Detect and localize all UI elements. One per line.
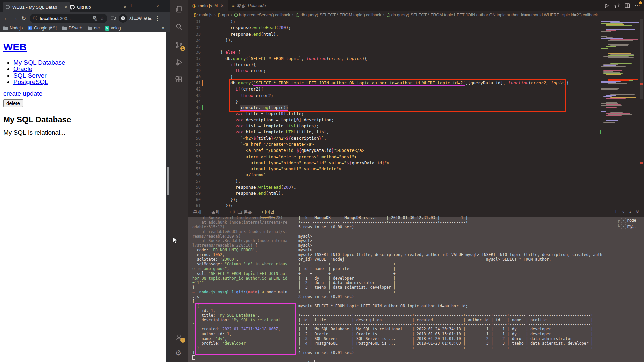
- terminal-line: e is ambiguous",: [192, 267, 294, 272]
- breadcrumb-separator-icon: ›: [292, 13, 294, 17]
- bookmark-label: DSweb: [69, 26, 82, 31]
- terminal-cursor: [314, 360, 317, 362]
- topic-body: My SQL is relational...: [3, 129, 166, 136]
- js-symbol-icon: ():: [194, 13, 198, 17]
- tab-polacode[interactable]: ≡ 확장: Polacode: [228, 0, 270, 11]
- page-title-link[interactable]: WEB: [3, 41, 27, 53]
- bookmark-item[interactable]: Nodejs: [3, 26, 23, 31]
- topic-link[interactable]: Oracle: [13, 65, 32, 72]
- code-line: 32 response.writeHead(200);: [188, 25, 600, 31]
- notification-dot: [639, 1, 642, 4]
- topic-link[interactable]: SQL Server: [13, 72, 47, 79]
- browser-tab-github[interactable]: GitHub ✕: [67, 2, 129, 12]
- tab-main-js[interactable]: (): main.js M ✕: [188, 0, 228, 11]
- terminal-line: adable:315:12): [192, 225, 294, 230]
- scm-badge: 1: [180, 46, 185, 51]
- code-line: 46 var title = topic[0].title;: [188, 111, 600, 117]
- code-line: 54 <input type="hidden" name="id" value=…: [188, 160, 600, 166]
- delete-button[interactable]: delete: [3, 99, 23, 107]
- code-line: 41 db.query(`SELECT * FROM topic LEFT JO…: [188, 80, 600, 86]
- editor-tab-bar: (): main.js M ✕ ≡ 확장: Polacode: [188, 0, 644, 11]
- terminal-line: | 3 | taeho | data scientist, developer …: [298, 285, 608, 290]
- terminal-line: description: 'My SQL is relational...: [192, 318, 294, 323]
- reading-list-icon[interactable]: [111, 16, 116, 21]
- accounts-icon[interactable]: 1: [175, 333, 184, 342]
- minimap[interactable]: [600, 19, 639, 206]
- split-editor-icon[interactable]: [625, 3, 630, 8]
- terminal-line: or_id) VALUE 'Nodej mysql> SELECT * FROM…: [298, 257, 608, 262]
- terminal-dropdown-icon[interactable]: ∨: [622, 210, 624, 214]
- line-number: 32: [188, 25, 201, 31]
- breadcrumb-item[interactable]: main.js: [199, 13, 213, 17]
- topic-link[interactable]: PostgreSQL: [13, 78, 48, 85]
- terminal-line: code: 'ER_NON_UNIQ_ERROR',: [192, 248, 294, 253]
- close-panel-icon[interactable]: ✕: [636, 209, 639, 215]
- bookmark-item[interactable]: GGoogle 번역: [28, 25, 57, 31]
- bookmark-star-icon[interactable]: ☆: [100, 16, 104, 21]
- breadcrumb-item[interactable]: http.createServer() callback: [239, 13, 290, 17]
- explorer-icon[interactable]: [175, 5, 184, 14]
- maximize-panel-icon[interactable]: ∧: [629, 210, 631, 214]
- bookmarks-overflow-icon[interactable]: »: [162, 25, 164, 31]
- terminal-line: mysql> SELECT * FROM topic LEFT JOIN aut…: [298, 304, 608, 309]
- code-line: 44 }: [188, 99, 600, 105]
- bookmark-item[interactable]: vvelog: [105, 26, 121, 31]
- terminal-icon: ›: [621, 224, 626, 229]
- search-icon[interactable]: [175, 23, 184, 32]
- line-number: 61: [188, 203, 201, 207]
- browser-scrollbar[interactable]: [166, 32, 170, 362]
- open-changes-icon[interactable]: [614, 3, 620, 8]
- create-link[interactable]: create: [3, 90, 21, 97]
- breadcrumb-item[interactable]: db.query(`SELECT * FROM topic LEFT JOIN …: [391, 13, 598, 17]
- new-terminal-icon[interactable]: +: [614, 209, 618, 215]
- bookmark-label: Google 번역: [34, 25, 57, 31]
- breadcrumb-item[interactable]: db.query(`SELECT * FROM topic`) callback: [301, 13, 381, 17]
- breadcrumb-item[interactable]: app: [222, 13, 229, 17]
- terminal-line: +----+------------+-------------------+-…: [298, 220, 608, 225]
- svg-text:a: a: [95, 18, 97, 20]
- browser-tab-web1[interactable]: WEB1 - My SQL Datab ✕: [3, 2, 70, 12]
- topic-link[interactable]: My SQL Database: [13, 59, 65, 66]
- tree-connector: ┌: [617, 218, 620, 223]
- breadcrumb[interactable]: ():main.js›{}app›http.createServer() cal…: [188, 11, 644, 19]
- terminal-node-pane[interactable]: at Socket.emit (node:events:390:28) at a…: [192, 216, 294, 362]
- bookmark-item[interactable]: etc: [88, 26, 100, 31]
- scrollbar-thumb[interactable]: [167, 167, 169, 195]
- reload-icon[interactable]: ↻: [19, 15, 28, 22]
- back-icon[interactable]: ←: [2, 15, 11, 22]
- bookmark-item[interactable]: DSweb: [62, 26, 82, 31]
- browser-menu-icon[interactable]: ⋮: [153, 15, 162, 22]
- editor-code[interactable]: 31 );32 response.writeHead(200);33 respo…: [188, 19, 600, 207]
- site-info-icon[interactable]: ⓘ: [33, 15, 37, 21]
- translate-icon[interactable]: Aa: [93, 16, 97, 21]
- code-line: 31 );: [188, 19, 600, 25]
- terminal-list-item[interactable]: ┌›node: [617, 217, 644, 223]
- extensions-icon[interactable]: [175, 76, 184, 84]
- terminal-mysql-pane[interactable]: | 5 | MongoDB | MongoDB is ... | 2018-01…: [298, 216, 608, 362]
- source-control-icon[interactable]: 1: [175, 41, 184, 50]
- settings-gear-icon[interactable]: ⚙: [175, 349, 184, 357]
- code-line: 59 response.end(html);: [188, 190, 600, 196]
- terminal-line: [192, 355, 294, 360]
- forward-icon[interactable]: →: [11, 15, 19, 22]
- close-tab-icon[interactable]: ✕: [123, 5, 127, 10]
- close-icon[interactable]: ✕: [220, 3, 224, 8]
- update-link[interactable]: update: [23, 90, 42, 97]
- tab-search-chevron-icon[interactable]: ∨: [156, 4, 159, 8]
- new-tab-button[interactable]: +: [129, 3, 133, 10]
- terminal-list-item[interactable]: └›my...: [617, 223, 644, 229]
- breadcrumb-separator-icon: ›: [383, 13, 385, 17]
- github-icon: [70, 5, 75, 10]
- scrollbar-thumb[interactable]: [640, 19, 643, 99]
- code-line: 39 throw error;: [188, 68, 600, 74]
- run-debug-icon[interactable]: [175, 58, 184, 67]
- line-number: 45: [188, 105, 201, 111]
- run-file-icon[interactable]: [604, 3, 609, 8]
- editor-scrollbar[interactable]: [639, 19, 644, 207]
- terminal-line: [298, 230, 608, 234]
- code-line: 57 );: [188, 178, 600, 184]
- terminal-line: }: [192, 346, 294, 351]
- code-line: 50 `<h2>${title}</h2>${description}`,: [188, 135, 600, 141]
- line-number: 54: [188, 160, 201, 166]
- address-bar[interactable]: ⓘ localhost :300... Aa ☆: [30, 14, 107, 23]
